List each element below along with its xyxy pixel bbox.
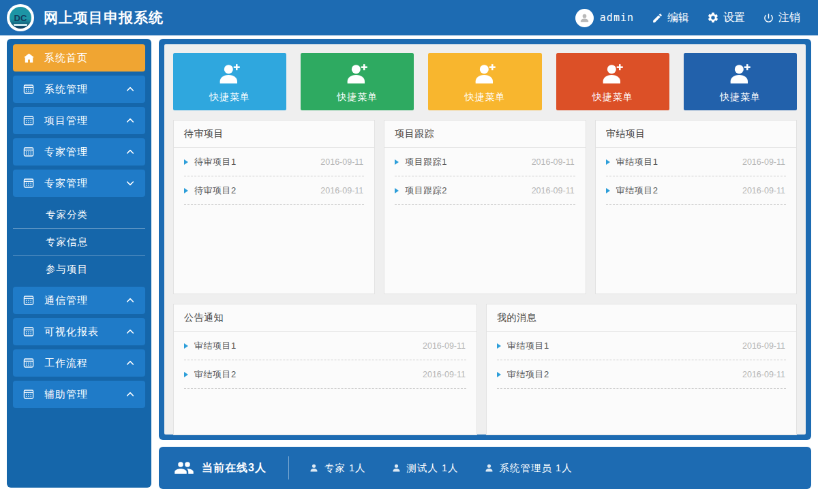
online-role-group: 专家 1人: [308, 462, 366, 475]
list-item-text: 项目跟踪1: [405, 156, 447, 168]
list-item-date: 2016-09-11: [320, 157, 363, 167]
chevron-up-icon: [125, 84, 136, 95]
panel-title: 待审项目: [174, 121, 374, 148]
list-item-date: 2016-09-11: [742, 186, 785, 195]
panel-row-top: 待审项目 待审项目1 2016-09-11 待审项目2 2016-09-11 项…: [173, 120, 797, 294]
triangle-bullet-icon: [184, 188, 188, 193]
triangle-bullet-icon: [497, 343, 501, 349]
chevron-down-icon: [125, 178, 136, 189]
quick-menu-card-label: 快捷菜单: [592, 91, 633, 104]
sidebar-subitem[interactable]: 参与项目: [13, 255, 145, 283]
list-item-date: 2016-09-11: [532, 157, 575, 167]
sidebar-item[interactable]: 项目管理: [13, 107, 145, 134]
logout-label: 注销: [778, 11, 800, 25]
sidebar-subitem[interactable]: 专家信息: [13, 228, 145, 255]
online-count-label: 当前在线3人: [202, 461, 267, 475]
sidebar-item-label: 项目管理: [44, 114, 88, 127]
sidebar: 系统首页 系统管理: [7, 39, 151, 488]
online-role-group: 系统管理员 1人: [483, 462, 573, 475]
triangle-bullet-icon: [606, 159, 610, 165]
list-item[interactable]: 审结项目2 2016-09-11: [184, 360, 466, 389]
panel-body: 待审项目1 2016-09-11 待审项目2 2016-09-11: [174, 148, 374, 205]
triangle-bullet-icon: [395, 159, 399, 165]
main-content: 快捷菜单 快捷菜单 快捷菜单 快捷菜单: [164, 44, 806, 435]
settings-button[interactable]: 设置: [707, 11, 745, 25]
list-item-text: 审结项目2: [616, 185, 658, 197]
sidebar-subitem-label: 参与项目: [46, 263, 88, 276]
sidebar-item[interactable]: 工作流程: [13, 349, 145, 377]
sidebar-item[interactable]: 系统首页: [13, 44, 145, 72]
main-panel: 快捷菜单 快捷菜单 快捷菜单 快捷菜单: [159, 39, 811, 440]
username: admin: [600, 12, 634, 24]
sidebar-item-label: 辅助管理: [44, 388, 88, 401]
sidebar-item[interactable]: 系统管理: [13, 76, 145, 103]
sidebar-item[interactable]: 辅助管理: [13, 381, 145, 408]
list-item[interactable]: 项目跟踪1 2016-09-11: [395, 148, 575, 176]
quick-menu-card[interactable]: 快捷菜单: [428, 53, 541, 110]
app-header: DC 网上项目申报系统 admin 编辑 设置: [0, 0, 818, 35]
quick-menu-card[interactable]: 快捷菜单: [684, 53, 797, 110]
list-item-text: 项目跟踪2: [405, 185, 447, 197]
menu-grid-icon: [22, 177, 35, 190]
list-item-text: 审结项目2: [507, 368, 549, 381]
logout-button[interactable]: 注销: [763, 11, 800, 25]
power-icon: [763, 12, 774, 24]
list-item[interactable]: 审结项目1 2016-09-11: [606, 148, 786, 176]
chevron-up-icon: [125, 358, 136, 368]
sidebar-item[interactable]: 通信管理: [13, 287, 145, 314]
panel-title: 我的消息: [487, 304, 796, 332]
pencil-icon: [652, 12, 663, 24]
panel-row-bottom: 公告通知 审结项目1 2016-09-11 审结项目2 2016-09-11 我…: [173, 304, 797, 435]
list-item-date: 2016-09-11: [320, 186, 363, 195]
user-plus-icon: [216, 61, 243, 88]
panel-title: 公告通知: [174, 304, 476, 332]
triangle-bullet-icon: [497, 372, 501, 377]
online-role-label: 专家 1人: [324, 462, 366, 475]
list-item[interactable]: 审结项目2 2016-09-11: [497, 360, 786, 389]
quick-menu-card-label: 快捷菜单: [465, 91, 506, 104]
quick-menu-card[interactable]: 快捷菜单: [173, 53, 286, 110]
sidebar-subitem[interactable]: 专家分类: [13, 201, 145, 228]
panel-body: 审结项目1 2016-09-11 审结项目2 2016-09-11: [487, 332, 796, 389]
menu-grid-icon: [22, 146, 35, 159]
edit-button[interactable]: 编辑: [652, 11, 689, 25]
list-item-text: 审结项目1: [616, 156, 658, 168]
sidebar-item[interactable]: 专家管理: [13, 170, 145, 197]
quick-menu-row: 快捷菜单 快捷菜单 快捷菜单 快捷菜单: [173, 53, 797, 110]
menu-grid-icon: [22, 294, 35, 307]
list-item-text: 审结项目2: [194, 368, 237, 381]
menu-grid-icon: [22, 326, 35, 338]
user-menu[interactable]: admin: [575, 9, 634, 27]
quick-menu-card[interactable]: 快捷菜单: [556, 53, 669, 110]
triangle-bullet-icon: [184, 343, 188, 349]
menu-grid-icon: [22, 357, 35, 370]
person-icon: [308, 462, 320, 474]
list-item[interactable]: 审结项目1 2016-09-11: [497, 332, 786, 360]
list-item[interactable]: 待审项目1 2016-09-11: [184, 148, 364, 176]
chevron-up-icon: [125, 326, 136, 337]
list-item[interactable]: 审结项目2 2016-09-11: [606, 176, 786, 205]
list-item[interactable]: 审结项目1 2016-09-11: [184, 332, 466, 360]
dashboard-panel: 公告通知 审结项目1 2016-09-11 审结项目2 2016-09-11: [173, 304, 477, 435]
gear-icon: [707, 12, 719, 24]
home-icon: [22, 52, 35, 65]
triangle-bullet-icon: [184, 372, 188, 377]
sidebar-item[interactable]: 专家管理: [13, 138, 145, 166]
person-icon: [391, 462, 402, 474]
sidebar-submenu: 专家分类 专家信息 参与项目: [13, 201, 145, 283]
triangle-bullet-icon: [395, 188, 399, 193]
list-item[interactable]: 项目跟踪2 2016-09-11: [395, 176, 575, 205]
triangle-bullet-icon: [606, 188, 610, 193]
sidebar-item-label: 工作流程: [44, 357, 88, 370]
online-role-group: 测试人 1人: [391, 462, 459, 475]
user-plus-icon: [727, 61, 754, 88]
chevron-up-icon: [125, 115, 136, 126]
sidebar-item-label: 通信管理: [44, 294, 88, 307]
sidebar-item[interactable]: 可视化报表: [13, 318, 145, 345]
list-item[interactable]: 待审项目2 2016-09-11: [184, 176, 364, 205]
list-item-date: 2016-09-11: [532, 186, 575, 195]
quick-menu-card[interactable]: 快捷菜单: [301, 53, 414, 110]
online-count-block: 当前在线3人: [174, 458, 267, 478]
online-role-label: 系统管理员 1人: [500, 462, 573, 475]
dashboard-panel: 我的消息 审结项目1 2016-09-11 审结项目2 2016-09-11: [486, 304, 797, 435]
